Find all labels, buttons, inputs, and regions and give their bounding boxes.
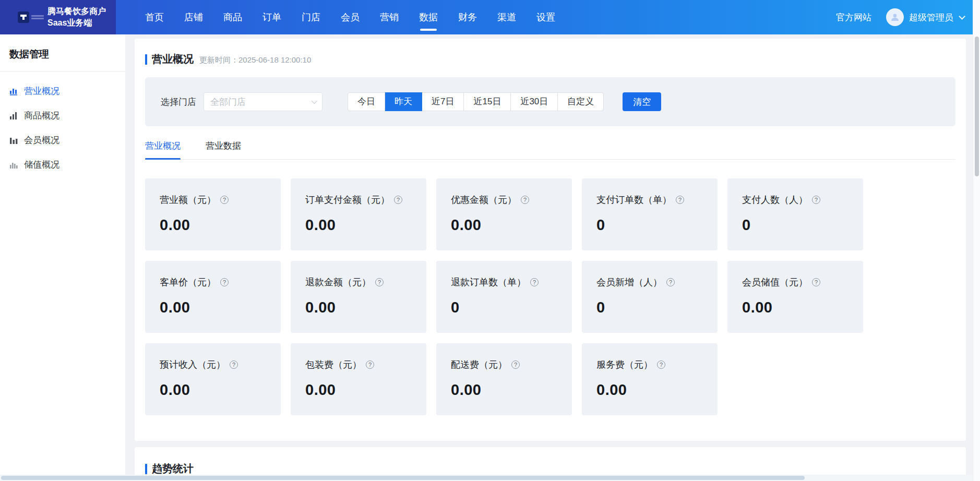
- sidebar-item-label: 会员概况: [24, 134, 59, 146]
- help-icon[interactable]: [230, 360, 238, 369]
- store-select[interactable]: 全部门店: [204, 92, 322, 111]
- update-time: 更新时间：2025-06-18 12:00:10: [199, 54, 311, 65]
- help-icon[interactable]: [530, 278, 539, 286]
- vertical-scrollbar-thumb[interactable]: [975, 37, 979, 176]
- trend-title: 趋势统计: [152, 462, 194, 476]
- tab-business-overview[interactable]: 营业概况: [145, 140, 181, 159]
- help-icon[interactable]: [220, 196, 229, 204]
- nav-item-finance[interactable]: 财务: [458, 11, 477, 23]
- help-icon[interactable]: [812, 278, 820, 286]
- help-icon[interactable]: [812, 196, 820, 204]
- sidebar-item-label: 商品概况: [24, 110, 59, 122]
- horizontal-scrollbar[interactable]: [0, 475, 973, 481]
- help-icon[interactable]: [657, 360, 665, 369]
- sidebar-item-label: 储值概况: [24, 159, 59, 171]
- stat-value: 0.00: [160, 299, 266, 316]
- sidebar-title: 数据管理: [0, 34, 125, 71]
- stat-label: 包装费（元）: [305, 358, 412, 371]
- stat-card-packaging-fee: 包装费（元） 0.00: [291, 343, 426, 415]
- navbar-right: 官方网站 超级管理员: [836, 8, 973, 26]
- stat-label: 会员储值（元）: [742, 276, 848, 288]
- stat-label: 服务费（元）: [596, 358, 703, 371]
- app-logo-icon: [18, 11, 29, 23]
- tab-business-data[interactable]: 营业数据: [206, 140, 241, 159]
- stat-value: 0.00: [305, 299, 412, 316]
- range-button-30days[interactable]: 近30日: [511, 92, 558, 111]
- range-button-yesterday[interactable]: 昨天: [385, 92, 422, 111]
- help-icon[interactable]: [375, 278, 384, 286]
- stat-label-text: 退款订单数（单）: [451, 276, 526, 288]
- stat-label: 退款金额（元）: [305, 276, 412, 288]
- accent-bar: [145, 54, 147, 65]
- main-nav: 首页 店铺 商品 订单 门店 会员 营销 数据 财务 渠道 设置: [145, 11, 555, 23]
- stat-label: 优惠金额（元）: [451, 194, 557, 206]
- help-icon[interactable]: [511, 360, 520, 369]
- store-select-placeholder: 全部门店: [210, 96, 312, 108]
- nav-item-orders[interactable]: 订单: [262, 11, 281, 23]
- stat-card-discount-amount: 优惠金额（元） 0.00: [436, 178, 572, 250]
- stat-label-text: 配送费（元）: [451, 358, 507, 371]
- help-icon[interactable]: [394, 196, 402, 204]
- chevron-down-icon: [959, 13, 965, 20]
- stat-label-text: 营业额（元）: [160, 194, 216, 206]
- top-navbar: 腾马餐饮多商户Saas业务端 首页 店铺 商品 订单 门店 会员 营销 数据 财…: [0, 0, 973, 34]
- user-avatar: [886, 8, 904, 26]
- main-content: 营业概况 更新时间：2025-06-18 12:00:10 选择门店 全部门店 …: [135, 39, 966, 481]
- store-select-label: 选择门店: [161, 96, 196, 108]
- stat-value: 0.00: [742, 299, 848, 316]
- user-menu[interactable]: 超级管理员: [886, 8, 963, 26]
- stat-card-member-stored-value: 会员储值（元） 0.00: [727, 261, 863, 333]
- stat-card-expected-income: 预计收入（元） 0.00: [145, 343, 281, 415]
- stat-card-paid-orders: 支付订单数（单） 0: [582, 178, 718, 250]
- sidebar-item-business-overview[interactable]: 营业概况: [0, 79, 125, 103]
- nav-item-members[interactable]: 会员: [341, 11, 360, 23]
- date-range-group: 今日 昨天 近7日 近15日 近30日 自定义: [348, 92, 604, 111]
- filter-panel: 选择门店 全部门店 今日 昨天 近7日 近15日 近30日 自定义 清空: [145, 77, 955, 126]
- stat-value: 0: [451, 299, 557, 316]
- range-button-custom[interactable]: 自定义: [558, 92, 604, 111]
- vertical-scrollbar[interactable]: [973, 0, 980, 481]
- nav-item-goods[interactable]: 商品: [223, 11, 242, 23]
- range-button-7days[interactable]: 近7日: [422, 92, 464, 111]
- nav-item-stores[interactable]: 门店: [302, 11, 320, 23]
- chevron-down-icon: [312, 98, 317, 104]
- stat-value: 0.00: [451, 381, 557, 399]
- nav-item-home[interactable]: 首页: [145, 11, 164, 23]
- stat-card-new-members: 会员新增（人） 0: [582, 261, 718, 333]
- app-title: 腾马餐饮多商户Saas业务端: [47, 6, 116, 29]
- help-icon[interactable]: [220, 278, 229, 286]
- range-button-today[interactable]: 今日: [348, 92, 385, 111]
- stat-card-refund-amount: 退款金额（元） 0.00: [291, 261, 426, 333]
- section-header: 趋势统计: [145, 462, 955, 476]
- sidebar-item-member-overview[interactable]: 会员概况: [0, 128, 125, 152]
- nav-item-marketing[interactable]: 营销: [380, 11, 399, 23]
- official-website-link[interactable]: 官方网站: [836, 11, 871, 23]
- update-time-label: 更新时间：: [199, 55, 238, 64]
- stat-value: 0.00: [596, 381, 703, 399]
- sidebar-item-goods-overview[interactable]: 商品概况: [0, 103, 125, 128]
- stat-label-text: 订单支付金额（元）: [305, 194, 390, 206]
- stat-value: 0: [596, 217, 703, 234]
- bar-chart-icon: [9, 111, 18, 120]
- stat-label-text: 支付人数（人）: [742, 194, 808, 206]
- stat-label-text: 包装费（元）: [305, 358, 362, 371]
- stat-value: 0.00: [305, 217, 412, 234]
- stat-card-avg-order-value: 客单价（元） 0.00: [145, 261, 281, 333]
- clear-button[interactable]: 清空: [623, 92, 661, 111]
- bar-chart-icon: [9, 160, 18, 169]
- sidebar-item-storedvalue-overview[interactable]: 储值概况: [0, 152, 125, 177]
- help-icon[interactable]: [521, 196, 529, 204]
- stat-value: 0: [596, 299, 703, 316]
- stat-label-text: 会员储值（元）: [742, 276, 808, 288]
- help-icon[interactable]: [676, 196, 684, 204]
- stat-value: 0.00: [160, 217, 266, 234]
- help-icon[interactable]: [366, 360, 374, 369]
- horizontal-scrollbar-thumb[interactable]: [1, 476, 805, 480]
- help-icon[interactable]: [666, 278, 675, 286]
- nav-item-shop[interactable]: 店铺: [184, 11, 203, 23]
- stat-value: 0: [742, 217, 848, 234]
- nav-item-data[interactable]: 数据: [419, 11, 438, 23]
- nav-item-settings[interactable]: 设置: [536, 11, 555, 23]
- range-button-15days[interactable]: 近15日: [464, 92, 511, 111]
- nav-item-channels[interactable]: 渠道: [497, 11, 516, 23]
